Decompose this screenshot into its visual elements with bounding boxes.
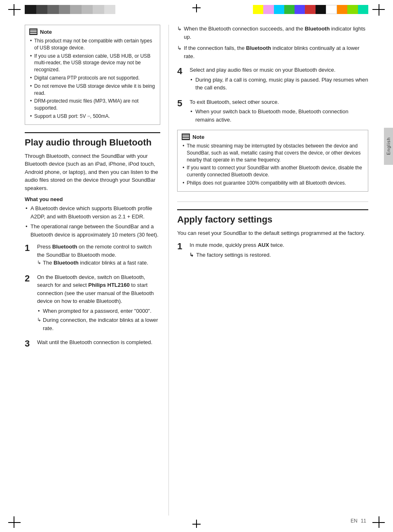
step-5-num: 5 <box>177 98 186 125</box>
bluetooth-bold: Bluetooth <box>52 244 77 250</box>
step-2-arrow: During connection, the indicator blinks … <box>37 316 160 332</box>
note-icon-line3 <box>30 33 37 34</box>
color-bar-left <box>25 5 115 14</box>
step-5-bullet: When your switch back to Bluetooth mode,… <box>189 108 368 124</box>
bluetooth-bold4: Bluetooth <box>246 45 271 51</box>
step-3: 3 Wait until the Bluetooth connection is… <box>25 338 160 349</box>
note-box-right: Note The music streaming may be interrup… <box>177 130 368 192</box>
philips-bold: Philips HTL2160 <box>88 282 129 288</box>
cropmark-topright-v <box>379 4 379 16</box>
step-5: 5 To exit Bluetooth, select other source… <box>177 98 368 125</box>
page-content: Note This product may not be compatible … <box>25 25 368 516</box>
note-icon-right <box>182 134 190 140</box>
bluetooth-bold3: Bluetooth <box>305 26 330 32</box>
section-title-factory: Apply factory settings <box>177 209 368 225</box>
note-item-r2: If you want to connect your SoundBar wit… <box>182 164 364 178</box>
left-column: Note This product may not be compatible … <box>25 25 169 516</box>
step-4-content: Select and play audio files or music on … <box>189 66 368 93</box>
factory-step-1-num: 1 <box>177 241 186 260</box>
step-3-text: Wait until the Bluetooth connection is c… <box>37 339 152 345</box>
step-3-num: 3 <box>25 338 34 349</box>
note-item: This product may not be compatible with … <box>29 37 156 52</box>
cropmark-bottomright-v <box>379 516 379 528</box>
factory-step-1-content: In mute mode, quickly press AUX twice. ↳… <box>189 241 284 260</box>
connection-success: ↳ When the Bluetooth connection succeeds… <box>177 25 368 41</box>
page-number-container: EN 11 <box>351 518 366 524</box>
section-divider <box>177 202 368 202</box>
note-label-left: Note <box>40 29 52 35</box>
note-icon-line-r2 <box>182 136 189 137</box>
step-4-text: Select and play audio files or music on … <box>189 67 335 73</box>
note-list-right: The music streaming may be interrupted b… <box>182 143 364 187</box>
cropmark-topleft-h <box>8 9 21 10</box>
note-icon-line-r3 <box>182 138 189 139</box>
step-2-content: On the Bluetooth device, switch on Bluet… <box>37 273 160 334</box>
step-2-bullet: When prompted for a password, enter "000… <box>37 307 160 315</box>
section-title-bluetooth: Play audio through Bluetooth <box>25 132 160 148</box>
step-5-bullets: When your switch back to Bluetooth mode,… <box>189 108 368 124</box>
cropmark-bottomleft-h <box>8 522 21 523</box>
language-tab: English <box>384 128 393 165</box>
note-icon-line-r1 <box>182 135 189 136</box>
step-2: 2 On the Bluetooth device, switch on Blu… <box>25 273 160 334</box>
step-1: 1 Press Bluetooth on the remote control … <box>25 243 160 268</box>
step-2-num: 2 <box>25 273 34 334</box>
cropmark-centertop-h <box>192 7 201 8</box>
cropmark-centertop-v <box>196 4 197 12</box>
language-label: English <box>386 137 391 155</box>
lang-code: EN <box>351 518 358 524</box>
step-3-content: Wait until the Bluetooth connection is c… <box>37 338 152 349</box>
note-item: If you use a USB extension cable, USB HU… <box>29 53 156 73</box>
step-4-num: 4 <box>177 66 186 93</box>
step-4-bullets: During play, if a call is coming, music … <box>189 76 368 92</box>
note-item: DRM-protected music files (MP3, WMA) are… <box>29 98 156 112</box>
aux-bold: AUX <box>258 242 269 248</box>
step-2-bullets: When prompted for a password, enter "000… <box>37 307 160 315</box>
factory-step-1-text: In mute mode, quickly press AUX twice. <box>189 242 284 248</box>
requirement-item: The operational range between the SoundB… <box>25 223 160 239</box>
factory-step-1-arrow: ↳ The factory settings is restored. <box>189 251 284 259</box>
connection-fail: ↳ If the connection fails, the Bluetooth… <box>177 44 368 60</box>
requirements-list: A Bluetooth device which supports Blueto… <box>25 204 160 239</box>
requirement-item: A Bluetooth device which supports Blueto… <box>25 204 160 220</box>
note-icon-line1 <box>30 30 37 30</box>
connection-results: ↳ When the Bluetooth connection succeeds… <box>177 25 368 60</box>
note-item: Digital camera PTP protocols are not sup… <box>29 75 156 82</box>
bluetooth-bold2: Bluetooth <box>54 260 79 266</box>
step-1-arrow: The Bluetooth indicator blinks at a fast… <box>37 259 160 267</box>
note-icon-left <box>29 28 37 35</box>
note-item: Support a USB port: 5V ⎓, 500mA. <box>29 113 156 120</box>
note-header-right: Note <box>182 134 364 140</box>
bluetooth-intro: Through Bluetooth, connect the SoundBar … <box>25 152 160 192</box>
step-4-bullet: During play, if a call is coming, music … <box>189 76 368 92</box>
step-2-text: On the Bluetooth device, switch on Bluet… <box>37 274 154 305</box>
step-5-text: To exit Bluetooth, select other source. <box>189 99 279 105</box>
step-4: 4 Select and play audio files or music o… <box>177 66 368 93</box>
what-you-need-label: What you need <box>25 196 160 202</box>
note-header-left: Note <box>29 28 156 35</box>
step-5-content: To exit Bluetooth, select other source. … <box>189 98 368 125</box>
note-box-left: Note This product may not be compatible … <box>25 25 160 125</box>
factory-step-1: 1 In mute mode, quickly press AUX twice.… <box>177 241 368 260</box>
cropmark-centerbottom-h <box>192 524 201 525</box>
note-icon-line2 <box>30 31 37 32</box>
note-label-right: Note <box>192 134 204 140</box>
step-1-content: Press Bluetooth on the remote control to… <box>37 243 160 268</box>
step-1-text: Press Bluetooth on the remote control to… <box>37 244 152 258</box>
note-item-r3: Philips does not guarantee 100% compatib… <box>182 180 364 187</box>
step-1-num: 1 <box>25 243 34 268</box>
note-list-left: This product may not be compatible with … <box>29 37 156 120</box>
color-bar-right <box>253 5 368 14</box>
note-item: Do not remove the USB storage device whi… <box>29 83 156 97</box>
note-item-r1: The music streaming may be interrupted b… <box>182 143 364 163</box>
factory-intro: You can reset your SoundBar to the defau… <box>177 229 368 237</box>
cropmark-bottomleft-v <box>14 516 14 528</box>
page-number: 11 <box>361 518 366 524</box>
right-column: ↳ When the Bluetooth connection succeeds… <box>169 25 368 516</box>
cropmark-topleft-v <box>14 4 14 16</box>
